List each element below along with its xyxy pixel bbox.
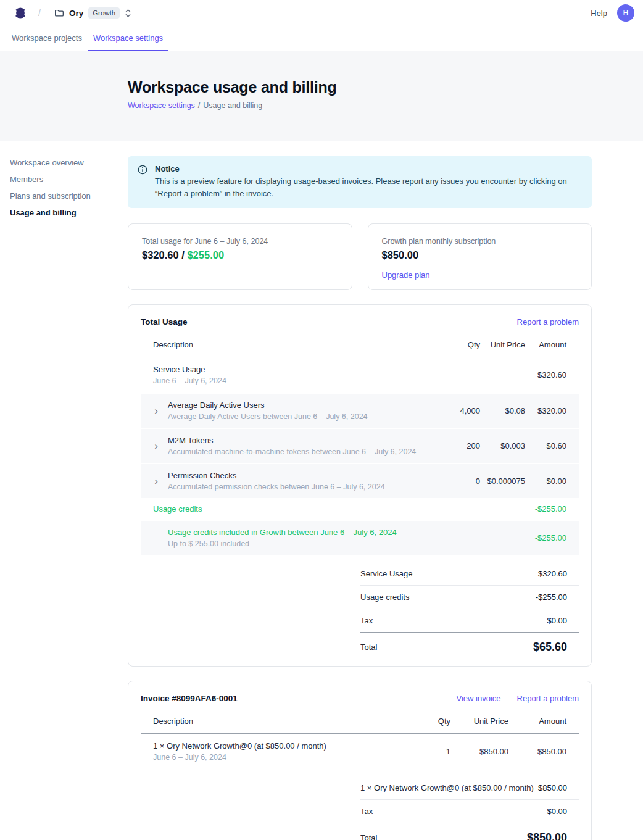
usage-totals-summary: Service Usage $320.60 Usage credits -$25… — [360, 562, 579, 666]
summary-label: Tax — [360, 807, 373, 816]
subscription-card-label: Growth plan monthly subscription — [382, 237, 578, 246]
row-amount: $320.60 — [525, 370, 566, 380]
summary-value: $320.60 — [538, 569, 567, 578]
avatar[interactable]: H — [617, 4, 634, 22]
row-title: Usage credits included in Growth between… — [168, 528, 431, 537]
summary-row-usage-credits: Usage credits -$255.00 — [360, 586, 579, 609]
column-unit-price: Unit Price — [480, 340, 525, 349]
row-description: Average Daily Active Users Average Daily… — [168, 401, 431, 421]
content: Workspace overview Members Plans and sub… — [0, 141, 643, 840]
total-usage-card-value: $320.60 / $255.00 — [142, 249, 338, 261]
total-usage-card-label: Total usage for June 6 – July 6, 2024 — [142, 237, 338, 246]
notice-body: This is a preview feature for displaying… — [155, 175, 582, 199]
expand-chevron-icon[interactable]: › — [152, 405, 160, 416]
breadcrumb-link-workspace-settings[interactable]: Workspace settings — [128, 101, 195, 110]
row-description: 1 × Ory Network Growth@0 (at $850.00 / m… — [153, 741, 413, 762]
tab-workspace-settings[interactable]: Workspace settings — [88, 26, 168, 51]
info-icon — [138, 164, 147, 199]
workspace-name: Ory — [69, 9, 83, 18]
sidebar-item-usage-and-billing[interactable]: Usage and billing — [10, 208, 91, 217]
invoice-title: Invoice #8099AFA6-0001 — [141, 694, 238, 703]
table-row-service-usage: Service Usage June 6 – July 6, 2024 $320… — [141, 357, 579, 393]
row-unit-price: $0.003 — [480, 441, 525, 451]
row-subtitle: Average Daily Active Users between June … — [168, 412, 431, 421]
total-usage-panel-header: Total Usage Report a problem — [128, 317, 591, 326]
topbar-separator: / — [38, 8, 41, 18]
row-amount: $0.60 — [525, 441, 566, 451]
invoice-panel: Invoice #8099AFA6-0001 View invoice Repo… — [128, 681, 592, 840]
view-invoice-link[interactable]: View invoice — [457, 694, 501, 703]
row-qty: 0 — [431, 476, 480, 486]
column-qty: Qty — [413, 717, 450, 726]
chevron-updown-icon — [125, 9, 131, 18]
report-a-problem-link[interactable]: Report a problem — [517, 694, 579, 703]
summary-value: -$255.00 — [536, 593, 567, 602]
help-link[interactable]: Help — [591, 9, 607, 18]
summary-row-tax: Tax $0.00 — [360, 609, 579, 633]
breadcrumb: Workspace settings / Usage and billing — [128, 101, 643, 110]
table-row-ory-network-growth: 1 × Ory Network Growth@0 (at $850.00 / m… — [141, 734, 579, 769]
subscription-card-value: $850.00 — [382, 249, 578, 261]
ory-logo-icon[interactable] — [12, 5, 28, 21]
invoice-links: View invoice Report a problem — [457, 694, 579, 703]
row-amount: -$255.00 — [525, 504, 566, 514]
summary-value: $0.00 — [547, 616, 567, 625]
breadcrumb-current: Usage and billing — [203, 101, 262, 110]
expand-chevron-icon[interactable]: › — [152, 476, 160, 486]
page-header: Workspace usage and billing Workspace se… — [0, 51, 643, 141]
workspace-switcher[interactable]: Ory Growth — [54, 7, 131, 19]
page-title: Workspace usage and billing — [128, 51, 643, 96]
report-a-problem-link[interactable]: Report a problem — [517, 317, 579, 326]
notice-text: Notice This is a preview feature for dis… — [155, 164, 582, 199]
row-amount: $0.00 — [525, 476, 566, 486]
row-subtitle: Accumulated machine-to-machine tokens be… — [168, 447, 431, 456]
row-description: Usage credits — [153, 504, 431, 514]
total-usage-card: Total usage for June 6 – July 6, 2024 $3… — [128, 223, 352, 290]
sidebar-item-workspace-overview[interactable]: Workspace overview — [10, 158, 91, 167]
summary-value: $0.00 — [547, 807, 567, 816]
row-qty: 200 — [431, 441, 480, 451]
column-description: Description — [153, 340, 431, 349]
workspace-tabs: Workspace projects Workspace settings — [0, 26, 643, 51]
tab-workspace-projects[interactable]: Workspace projects — [6, 26, 88, 51]
usage-separator: / — [179, 249, 188, 260]
notice-banner: Notice This is a preview feature for dis… — [128, 156, 592, 208]
expand-chevron-icon[interactable]: › — [152, 441, 160, 451]
column-amount: Amount — [508, 717, 566, 726]
sidebar-item-members[interactable]: Members — [10, 175, 91, 184]
row-title: Usage credits — [153, 504, 431, 514]
subscription-card: Growth plan monthly subscription $850.00… — [368, 223, 592, 290]
table-row-usage-credits-included: Usage credits included in Growth between… — [141, 521, 579, 555]
total-usage-panel-title: Total Usage — [141, 317, 188, 326]
settings-sidenav: Workspace overview Members Plans and sub… — [10, 158, 91, 217]
row-amount: -$255.00 — [525, 533, 566, 543]
total-label: Total — [360, 833, 377, 840]
column-qty: Qty — [431, 340, 480, 349]
row-title: 1 × Ory Network Growth@0 (at $850.00 / m… — [153, 741, 413, 751]
summary-row-service-usage: Service Usage $320.60 — [360, 562, 579, 586]
row-subtitle: June 6 – July 6, 2024 — [153, 753, 413, 762]
folder-icon — [54, 8, 64, 18]
row-subtitle: Up to $ 255.00 included — [168, 539, 431, 548]
notice-title: Notice — [155, 164, 582, 173]
row-subtitle: Accumulated permission checks between Ju… — [168, 483, 431, 491]
breadcrumb-separator: / — [198, 101, 200, 110]
sidebar-item-plans-and-subscription[interactable]: Plans and subscription — [10, 191, 91, 201]
table-row-average-daily-active-users: › Average Daily Active Users Average Dai… — [141, 394, 579, 428]
main-column: Notice This is a preview feature for dis… — [128, 141, 592, 840]
table-row-m2m-tokens: › M2M Tokens Accumulated machine-to-mach… — [141, 429, 579, 463]
column-unit-price: Unit Price — [450, 717, 508, 726]
usage-table-header: Description Qty Unit Price Amount — [141, 336, 579, 357]
row-description: Usage credits included in Growth between… — [168, 528, 431, 548]
topbar-right: Help H — [591, 4, 634, 22]
row-description: Service Usage June 6 – July 6, 2024 — [153, 365, 431, 385]
total-value: $65.60 — [533, 641, 567, 654]
table-row-usage-credits: Usage credits -$255.00 — [141, 498, 579, 520]
column-amount: Amount — [525, 340, 566, 349]
summary-row-total: Total $850.00 — [360, 823, 579, 840]
summary-row-total: Total $65.60 — [360, 633, 579, 666]
upgrade-plan-link[interactable]: Upgrade plan — [382, 270, 430, 280]
row-description: Permission Checks Accumulated permission… — [168, 471, 431, 491]
summary-row-tax: Tax $0.00 — [360, 800, 579, 823]
row-subtitle: June 6 – July 6, 2024 — [153, 376, 431, 385]
